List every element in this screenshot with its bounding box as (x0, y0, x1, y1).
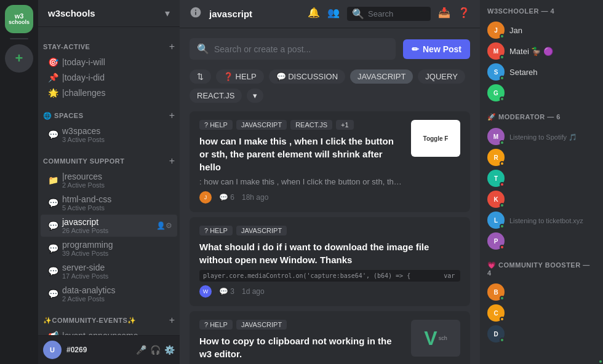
member-status-text: Listening to ticketbot.xyz (509, 217, 583, 224)
filter-jquery[interactable]: JQUERY (418, 69, 465, 84)
section-title-w3schooler: W3SCHOOLER — 4 (487, 7, 596, 15)
settings-icon[interactable]: ⚙️ (164, 345, 175, 355)
announce-icon: 📢 (48, 331, 58, 335)
server-icon-add[interactable]: + (5, 44, 33, 73)
post-card[interactable]: ? HELP JAVASCRIPT REACT.JS +1 how can I … (190, 111, 470, 212)
panel-section-w3schooler: W3SCHOOLER — 4 J Jan M Matei 🦆 🟣 S Setar… (487, 7, 596, 103)
channel-w3spaces[interactable]: 💬 w3spaces 3 Active Posts (41, 124, 177, 146)
post-tags: ? HELP JAVASCRIPT REACT.JS +1 (199, 120, 404, 130)
channel-event-announcement[interactable]: 📢 |event-announceme... (41, 328, 177, 335)
status-dot (500, 97, 505, 101)
status-dot (500, 296, 505, 301)
mute-icon[interactable]: 🎤 (136, 345, 146, 355)
forum-search-input[interactable] (214, 44, 388, 54)
channel-today-i-will[interactable]: 🎯 |today-i-will (41, 55, 177, 69)
toggle-preview: Toggle F (411, 120, 460, 157)
channel-name-label: javascript (62, 217, 98, 227)
status-dot (500, 182, 505, 187)
member-booster2[interactable]: C (487, 303, 596, 323)
new-post-button[interactable]: ✏ New Post (403, 39, 470, 59)
channel-html-and-css[interactable]: 💬 html-and-css 5 Active Posts (41, 192, 177, 214)
section-community-events[interactable]: ✨COMMUNITY-EVENTS✨ + (38, 306, 180, 328)
channel-header-name: javascript (209, 9, 300, 19)
member-avatar: B (487, 283, 505, 301)
post-title: What should i do if i want to download t… (199, 240, 460, 266)
channel-programming[interactable]: 💬 programming 39 Active Posts (41, 237, 177, 259)
section-spaces[interactable]: 🌐 SPACES + (38, 101, 180, 123)
notification-icon[interactable]: 🔔 (308, 7, 320, 21)
status-dot (500, 338, 505, 342)
member-mod6[interactable]: P (487, 231, 596, 251)
post-content: ? HELP JAVASCRIPT What should i do if i … (199, 226, 460, 298)
forum-search-bar[interactable]: 🔍 (190, 38, 396, 60)
community-events-add-icon[interactable]: + (169, 315, 175, 325)
help-icon[interactable]: ❓ (458, 7, 470, 21)
section-community-support[interactable]: COMMUNITY SUPPORT + (38, 146, 180, 168)
member-mod5[interactable]: L Listening to ticketbot.xyz (487, 210, 596, 231)
deafen-icon[interactable]: 🎧 (150, 345, 161, 355)
channel-server-side[interactable]: 💬 server-side 17 Active Posts (41, 260, 177, 282)
post-time: 1d ago (242, 287, 265, 296)
filter-more-button[interactable]: ▾ (247, 89, 263, 103)
plus-icon: ✏ (412, 44, 419, 54)
channel-sub-label: 5 Active Posts (62, 204, 172, 212)
status-dot (500, 34, 505, 39)
channel-javascript[interactable]: 💬 javascript 26 Active Posts 👤⚙ (41, 215, 177, 237)
search-icon: 🔍 (197, 43, 209, 55)
member-mod2[interactable]: R (487, 147, 596, 168)
post-author-avatar: W (199, 285, 212, 298)
channel-challenges[interactable]: 🌟 |challenges (41, 85, 177, 100)
member-booster3[interactable]: D (487, 323, 596, 344)
filter-discussion[interactable]: 💬 DISCUSSION (269, 69, 346, 84)
post-card[interactable]: ? HELP JAVASCRIPT How to copy to clipboa… (190, 311, 470, 364)
member-mod1[interactable]: M Listening to Spotify 🎵 (487, 126, 596, 147)
main-content: javascript 🔔 👥 🔍 📥 ❓ 🔍 (180, 0, 480, 364)
post-card[interactable]: ? HELP JAVASCRIPT What should i do if i … (190, 217, 470, 306)
channel-actions: 👤⚙ (156, 221, 172, 230)
member-avatar: G (487, 84, 505, 101)
channel-name-label: html-and-css (62, 194, 111, 204)
footer-controls: 🎤 🎧 ⚙️ (136, 345, 175, 355)
server-icon-w3schools[interactable]: w3 schools (5, 5, 33, 33)
channel-header: javascript 🔔 👥 🔍 📥 ❓ (180, 0, 480, 28)
inbox-icon[interactable]: 📥 (438, 7, 450, 21)
post-comment-count: 💬 3 (219, 287, 234, 296)
sort-button[interactable]: ⇅ (190, 69, 211, 84)
channel-resources[interactable]: 📁 |resources 2 Active Posts (41, 169, 177, 191)
member-4[interactable]: G (487, 82, 596, 103)
channel-name-label: |today-i-will (62, 57, 172, 67)
channel-name-label: w3spaces (62, 126, 100, 136)
filter-reactjs[interactable]: REACT.JS (190, 89, 242, 103)
members-icon[interactable]: 👥 (327, 7, 340, 21)
section-title-booster: 💗 COMMUNITY BOOSTER — 4 (487, 261, 596, 277)
member-avatar: M (487, 128, 505, 145)
member-booster1[interactable]: B (487, 282, 596, 303)
member-mod4[interactable]: K (487, 189, 596, 210)
spaces-add-icon[interactable]: + (169, 111, 175, 121)
chat-icon: 💬 (48, 221, 58, 231)
community-support-add-icon[interactable]: + (169, 156, 175, 166)
vue-logo: V (424, 327, 437, 350)
sidebar-header[interactable]: w3schools ▾ (38, 0, 180, 27)
channel-data-analytics[interactable]: 💬 data-analytics 2 Active Posts (41, 283, 177, 305)
post-meta: W 💬 3 1d ago (199, 285, 460, 298)
filter-help[interactable]: ❓ HELP (216, 69, 264, 84)
forum-icon (190, 6, 202, 22)
post-content: ? HELP JAVASCRIPT How to copy to clipboa… (199, 320, 404, 364)
member-mod3[interactable]: T (487, 168, 596, 189)
header-search[interactable]: 🔍 (347, 7, 431, 21)
stay-active-add-icon[interactable]: + (169, 42, 175, 52)
member-setareh[interactable]: S Setareh (487, 61, 596, 82)
folder-icon: 📁 (48, 175, 58, 185)
member-matei[interactable]: M Matei 🦆 🟣 (487, 41, 596, 61)
member-jan[interactable]: J Jan (487, 20, 596, 41)
sidebar-content: STAY-ACTIVE + 🎯 |today-i-will 📌 |today-i… (38, 27, 180, 335)
channel-sub-label: 2 Active Posts (62, 295, 172, 303)
header-search-input[interactable] (368, 9, 426, 18)
filter-javascript[interactable]: JAVASCRIPT (350, 69, 413, 84)
tag-help: ? HELP (199, 120, 233, 130)
tag-help: ? HELP (199, 226, 233, 235)
section-stay-active[interactable]: STAY-ACTIVE + (38, 32, 180, 54)
stay-active-label: STAY-ACTIVE (43, 43, 90, 50)
channel-today-i-did[interactable]: 📌 |today-i-did (41, 70, 177, 85)
